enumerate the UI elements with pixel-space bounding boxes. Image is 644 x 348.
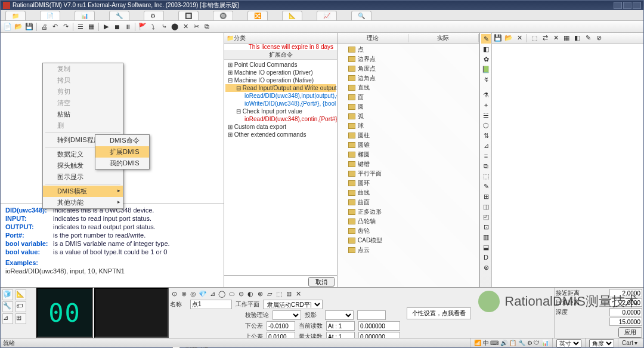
feature-node[interactable]: 点 [339,45,478,54]
bt-6[interactable]: ◯ [218,290,226,298]
tab-4[interactable]: 🔧 [109,11,129,20]
vtool-22[interactable]: D [481,252,491,262]
tab-10[interactable]: 📈 [317,11,337,20]
feature-node[interactable]: 键槽 [339,159,478,169]
vtool-2[interactable]: ◧ [481,44,491,54]
step-over-icon[interactable]: ⤷ [159,22,169,32]
ctx-copy2[interactable]: 拷贝 [43,75,123,86]
feature-node[interactable]: 直线 [339,83,478,93]
name-input[interactable] [190,300,232,309]
copy-icon[interactable]: ⧉ [202,22,212,32]
ctx-graphic[interactable]: 图示显示 [43,171,123,183]
vtool-3[interactable]: ✿ [481,54,491,64]
close-button[interactable] [633,2,641,9]
clear-icon[interactable]: ✕ [181,22,190,32]
print-icon[interactable]: 🖨 [39,22,49,32]
vtool-1[interactable]: ✎ [481,34,491,44]
rp-g-icon[interactable]: ⊘ [594,33,603,43]
break-icon[interactable]: ⬤ [170,22,179,32]
ctx-copy[interactable]: 复制 [43,63,123,75]
stop-icon[interactable]: ⏹ [112,22,122,32]
retract-input[interactable] [609,298,642,307]
feature-tree[interactable]: 点边界点角度点边角点直线面圆弧球圆柱圆锥椭圆键槽平行平面圆环曲线曲面正多边形凸轮… [338,44,479,287]
feature-node[interactable]: 角度点 [339,64,478,73]
bt-8[interactable]: ⊖ [237,290,245,298]
bl-4[interactable]: 🏷 [16,301,26,312]
apply-button[interactable]: 应用 [618,327,642,338]
rp-f-icon[interactable]: ✎ [583,33,593,43]
angle-select[interactable]: 角度 [589,339,614,347]
feature-node[interactable]: 凸轮轴 [339,217,478,226]
pause-icon[interactable]: ⏸ [123,22,132,32]
vtool-6[interactable]: ⚗ [481,90,491,100]
vtool-8[interactable]: ☱ [481,110,491,120]
fly-my-dmis[interactable]: 我的DMIS [95,158,149,169]
cancel-button[interactable]: 取消 [308,277,335,287]
vtool-14[interactable]: ⬚ [481,171,491,181]
cut-icon[interactable]: ✂ [191,22,201,32]
feature-node[interactable]: 曲线 [339,188,478,198]
proj-val[interactable] [357,310,386,320]
vtool-20[interactable]: ▥ [481,232,491,242]
ctx-cut[interactable]: 剪切 [43,86,123,97]
workplane-select[interactable]: 隶属活动CRD平面 [263,300,323,309]
feature-node[interactable]: 球 [339,121,478,131]
bl-3[interactable]: 🔧 [2,301,13,312]
open-icon[interactable]: 📂 [14,22,23,32]
command-tree[interactable]: ⊞ Point Cloud Commands ⊞ Machine IO oper… [224,60,337,275]
rp-e-icon[interactable]: ◧ [572,33,582,43]
bl-5[interactable]: ⊿ [2,313,13,324]
vtool-19[interactable]: ⊡ [481,222,491,232]
save-icon[interactable]: 💾 [24,22,34,32]
rp-del-icon[interactable]: ✕ [515,33,524,43]
feature-node[interactable]: 弧 [339,112,478,121]
rp-open-icon[interactable]: 📂 [504,33,513,43]
rp-d-icon[interactable]: ▦ [562,33,571,43]
cur-at[interactable] [326,321,355,331]
feature-node[interactable]: 圆 [339,102,478,112]
vtool-10[interactable]: ⇅ [481,131,491,140]
ctx-paste[interactable]: 粘贴 [43,109,123,120]
cur-val[interactable] [358,321,400,331]
ctx-del[interactable]: 删 [43,120,123,131]
rp-c-icon[interactable]: ✕ [551,33,561,43]
ctx-clear[interactable]: 清空 [43,97,123,109]
ctx-other[interactable]: 其他功能▸ [43,197,123,208]
vtool-11[interactable]: ⊿ [481,141,491,150]
bl-1[interactable]: 🧊 [2,290,13,300]
code-editor[interactable]: 复制 拷贝 剪切 清空 粘贴 删 转到DMIS程序窗口 数据定义 探头触发 图示… [1,33,224,204]
tab-5[interactable]: ⚙ [144,11,164,20]
bt-14[interactable]: ✕ [294,290,302,298]
tab-11[interactable]: 🔍 [351,11,371,20]
vtool-16[interactable]: ⊞ [481,192,491,201]
tab-9[interactable]: 📐 [282,11,302,20]
feature-node[interactable]: 平行平面 [339,169,478,178]
bt-4[interactable]: 💎 [199,290,207,298]
bt-2[interactable]: ⊚ [179,290,188,298]
run-icon[interactable]: ▶ [101,22,111,32]
bt-7[interactable]: ⬭ [227,290,236,298]
undo-icon[interactable]: ↶ [50,22,60,32]
feature-node[interactable]: 圆环 [339,178,478,188]
vtool-21[interactable]: ⬓ [481,242,491,252]
vtool-17[interactable]: ◫ [481,202,491,211]
tab-8[interactable]: 🔀 [247,11,268,20]
bt-13[interactable]: ⊞ [284,290,293,298]
align-select[interactable] [273,310,301,320]
min-button[interactable] [614,2,622,9]
settings-hint-button[interactable]: 个性设置，点我看看 [407,307,471,319]
tab-2[interactable]: 📄 [40,11,60,20]
rp-a-icon[interactable]: ⬚ [530,33,539,43]
feature-node[interactable]: CAD模型 [339,236,478,245]
fly-dmis-cmd[interactable]: DMIS命令 [95,135,149,146]
redo-icon[interactable]: ↷ [61,22,70,32]
vtool-7[interactable]: ⌖ [481,100,491,110]
extra-input[interactable] [609,318,642,326]
grid-icon[interactable]: ▦ [86,22,96,32]
feature-node[interactable]: 圆柱 [339,131,478,140]
bt-12[interactable]: ⬚ [275,290,283,298]
vtool-12[interactable]: ≡ [481,151,491,161]
tab-6[interactable]: 🔲 [178,11,199,20]
approach-input[interactable] [609,289,642,297]
bt-3[interactable]: ◎ [189,290,197,298]
